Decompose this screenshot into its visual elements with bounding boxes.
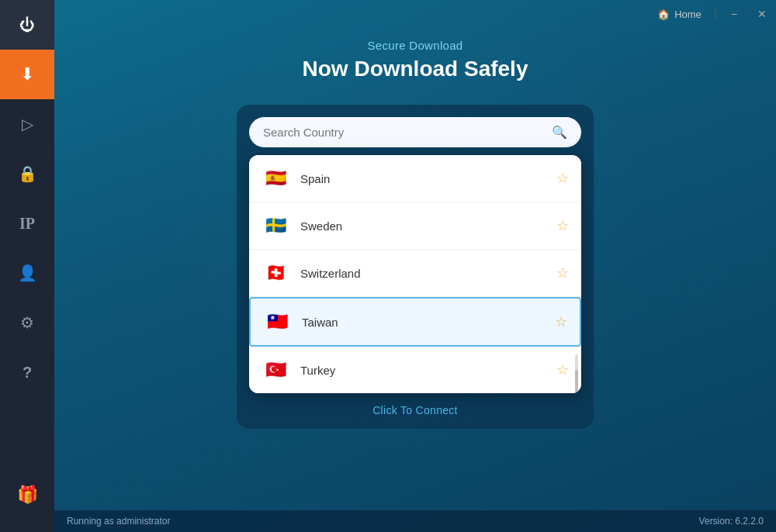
- sidebar-item-power[interactable]: ⏻: [0, 0, 54, 50]
- gear-icon: ⚙: [20, 313, 34, 332]
- section-title: Now Download Safely: [303, 57, 528, 81]
- user-icon: 👤: [18, 264, 37, 282]
- sidebar-item-play[interactable]: ▷: [0, 99, 54, 149]
- gift-icon: 🎁: [17, 485, 38, 505]
- country-name-taiwan: Taiwan: [302, 316, 544, 329]
- help-icon: ?: [23, 364, 32, 382]
- minimize-button[interactable]: −: [720, 0, 748, 28]
- flag-spain: 🇪🇸: [262, 164, 289, 192]
- flag-sweden: 🇸🇪: [262, 212, 289, 240]
- country-list: 🇪🇸 Spain ☆ 🇸🇪 Sweden ☆ 🇨🇭 Switzerland ☆ …: [249, 155, 581, 393]
- connect-button[interactable]: Click To Connect: [249, 404, 581, 416]
- download-icon: ⬇: [20, 64, 34, 85]
- scrollbar-thumb[interactable]: [575, 370, 578, 393]
- lock-icon: 🔒: [18, 164, 37, 183]
- home-button[interactable]: 🏠 Home: [648, 9, 711, 20]
- sidebar-item-ip[interactable]: IP: [0, 199, 54, 248]
- sidebar-item-gift[interactable]: 🎁: [0, 470, 54, 520]
- sidebar-item-settings[interactable]: ⚙: [0, 298, 54, 347]
- sidebar-item-help[interactable]: ?: [0, 347, 54, 397]
- star-taiwan[interactable]: ☆: [555, 313, 567, 330]
- flag-switzerland: 🇨🇭: [262, 259, 289, 287]
- version-text: Version: 6.2.2.0: [699, 516, 764, 527]
- country-item-turkey[interactable]: 🇹🇷 Turkey ☆: [249, 347, 581, 393]
- search-box: 🔍: [249, 117, 581, 147]
- sidebar-item-download[interactable]: ⬇: [0, 50, 54, 99]
- power-icon: ⏻: [19, 16, 35, 34]
- home-label: Home: [674, 9, 702, 20]
- flag-turkey: 🇹🇷: [262, 356, 289, 384]
- sidebar-item-user[interactable]: 👤: [0, 248, 54, 298]
- country-name-sweden: Sweden: [300, 219, 546, 233]
- sidebar-item-lock[interactable]: 🔒: [0, 149, 54, 199]
- home-icon: 🏠: [657, 9, 670, 20]
- country-item-taiwan[interactable]: 🇹🇼 Taiwan ☆: [249, 297, 581, 347]
- country-item-spain[interactable]: 🇪🇸 Spain ☆: [249, 155, 581, 202]
- search-input[interactable]: [263, 126, 544, 139]
- title-bar-separator: |: [711, 7, 720, 21]
- star-spain[interactable]: ☆: [556, 170, 569, 187]
- star-switzerland[interactable]: ☆: [556, 264, 569, 282]
- flag-taiwan: 🇹🇼: [263, 308, 291, 336]
- section-label: Secure Download: [368, 39, 463, 52]
- star-turkey[interactable]: ☆: [556, 361, 569, 378]
- sidebar: ⏻ ⬇ ▷ 🔒 IP 👤 ⚙ ? 🎁: [0, 0, 54, 532]
- country-name-spain: Spain: [300, 172, 546, 185]
- status-bar: Running as administrator Version: 6.2.2.…: [54, 510, 776, 532]
- play-icon: ▷: [22, 115, 33, 133]
- country-name-switzerland: Switzerland: [300, 267, 546, 280]
- star-sweden[interactable]: ☆: [556, 217, 569, 234]
- country-dropdown-container: 🔍 🇪🇸 Spain ☆ 🇸🇪 Sweden ☆ 🇨🇭 Switzerland: [237, 105, 594, 429]
- search-icon: 🔍: [552, 125, 567, 140]
- close-button[interactable]: ✕: [748, 0, 776, 28]
- main-content: Secure Download Now Download Safely 🔍 🇪🇸…: [54, 0, 776, 532]
- country-item-sweden[interactable]: 🇸🇪 Sweden ☆: [249, 202, 581, 250]
- title-bar: 🏠 Home | − ✕: [648, 0, 776, 28]
- status-text: Running as administrator: [67, 516, 170, 527]
- ip-icon: IP: [19, 215, 35, 233]
- country-item-switzerland[interactable]: 🇨🇭 Switzerland ☆: [249, 250, 581, 297]
- scrollbar[interactable]: [575, 354, 578, 385]
- country-name-turkey: Turkey: [300, 364, 546, 377]
